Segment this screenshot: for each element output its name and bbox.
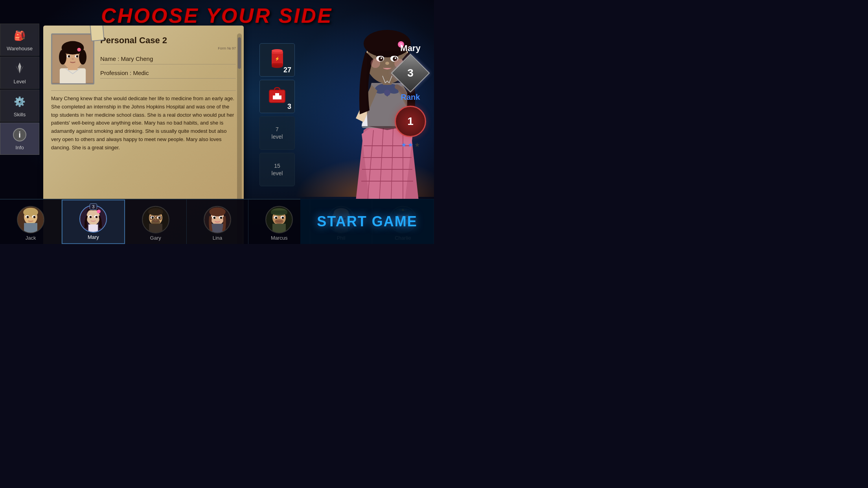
star-1: ★ (401, 141, 406, 149)
sidebar-item-level[interactable]: Level (0, 57, 39, 89)
svg-marker-0 (18, 62, 21, 73)
name-value: Mary Cheng (121, 55, 153, 62)
energy-drink-count: 27 (283, 66, 291, 74)
svg-point-17 (77, 48, 81, 51)
svg-point-11 (79, 50, 86, 64)
sidebar-item-warehouse[interactable]: 🎒 Warehouse (0, 24, 39, 56)
name-label: Name : (100, 55, 119, 62)
doc-form-number: Form № 97 (100, 46, 236, 50)
jack-avatar-img (18, 207, 44, 233)
diamond-number: 3 (407, 67, 414, 79)
rank-number: 1 (407, 115, 414, 128)
item-slot-level7: 7level (259, 116, 295, 150)
portrait-doc (51, 33, 94, 84)
svg-point-43 (371, 59, 380, 68)
level-icon (12, 61, 28, 77)
start-game-button[interactable]: START GAME (300, 199, 434, 244)
item-slot-energy-drink[interactable]: ⚡ 27 (259, 43, 295, 77)
sidebar-label-warehouse: Warehouse (7, 46, 33, 51)
rank-badge: 1 (395, 106, 426, 137)
svg-point-21 (272, 49, 283, 52)
medkit-icon (267, 86, 287, 107)
char-name-jack: Jack (26, 235, 36, 241)
star-3: ★ (414, 141, 420, 149)
svg-point-22 (272, 65, 283, 68)
svg-point-14 (68, 55, 70, 58)
lina-avatar-img (204, 207, 230, 233)
svg-point-53 (27, 216, 29, 218)
svg-point-90 (275, 216, 278, 219)
doc-body: Mary Cheng knew that she would dedicate … (51, 90, 236, 152)
svg-point-91 (282, 216, 284, 219)
svg-point-69 (151, 216, 154, 219)
svg-rect-49 (24, 223, 37, 233)
svg-point-16 (72, 58, 74, 60)
char-name-gary: Gary (150, 235, 161, 241)
gary-avatar-img (143, 207, 169, 233)
char-name-marcus: Marcus (271, 235, 288, 241)
svg-point-66 (148, 208, 163, 216)
mary-rank-badge: 3 (90, 204, 97, 210)
svg-rect-87 (271, 210, 287, 214)
marcus-avatar-img (266, 207, 292, 233)
sidebar-label-skills: Skills (14, 112, 26, 117)
char-name-lina: Lina (213, 235, 223, 241)
char-slot-jack[interactable]: Jack (0, 200, 62, 244)
diamond-badge: 3 (395, 57, 426, 89)
svg-point-10 (59, 50, 66, 64)
item-slot-level15: 15level (259, 153, 295, 186)
svg-point-78 (209, 207, 225, 216)
svg-text:⚡: ⚡ (275, 56, 280, 61)
char-slot-gary[interactable]: Gary (125, 200, 187, 244)
warehouse-icon: 🎒 (12, 28, 28, 44)
char-slot-mary[interactable]: 3 Mary (62, 200, 125, 244)
profession-label: Profession : (100, 70, 131, 76)
svg-point-82 (220, 216, 223, 219)
doc-profession-field: Profession : Medic (100, 68, 236, 79)
character-name-display: Mary (400, 43, 420, 53)
page-title: CHOOSE YOUR SIDE (101, 4, 333, 28)
sidebar-label-level: Level (13, 79, 26, 84)
svg-rect-27 (273, 95, 281, 99)
items-panel: ⚡ 27 3 7level 15level (259, 43, 299, 186)
stars-display: ★ ★ ★ (401, 141, 420, 149)
profession-value: Medic (133, 70, 149, 76)
svg-point-81 (213, 216, 216, 219)
svg-point-50 (23, 208, 38, 217)
start-game-label: START GAME (317, 213, 417, 230)
svg-point-92 (275, 219, 284, 224)
char-name-mary: Mary (88, 234, 99, 240)
svg-text:i: i (18, 130, 21, 139)
svg-rect-6 (60, 68, 86, 83)
svg-point-60 (96, 216, 98, 218)
doc-title: Personal Case 2 (100, 35, 236, 46)
char-avatar-lina (204, 206, 231, 233)
level7-text: 7level (272, 126, 283, 140)
info-icon: i (12, 127, 28, 143)
svg-point-62 (97, 209, 101, 213)
item-slot-medkit[interactable]: 3 (259, 80, 295, 113)
svg-rect-77 (211, 224, 224, 233)
svg-point-70 (158, 216, 160, 219)
skills-icon: ⚙️ (12, 94, 28, 110)
doc-header: Personal Case 2 Form № 97 Name : Mary Ch… (51, 33, 236, 84)
svg-point-54 (33, 216, 36, 218)
sidebar-item-skills[interactable]: ⚙️ Skills (0, 90, 39, 122)
scroll-thumb[interactable] (238, 37, 241, 69)
svg-point-40 (381, 57, 382, 59)
char-avatar-marcus (265, 206, 293, 233)
svg-point-59 (90, 216, 92, 218)
doc-name-field: Name : Mary Cheng (100, 53, 236, 64)
sidebar-label-info: Info (15, 145, 24, 150)
svg-rect-85 (272, 224, 286, 233)
level15-text: 15level (272, 162, 283, 176)
star-2: ★ (408, 141, 413, 149)
char-avatar-jack (17, 206, 44, 233)
rank-label: Rank (401, 93, 420, 102)
svg-rect-61 (88, 224, 98, 233)
rank-panel: Mary 3 Rank 1 ★ ★ ★ (387, 43, 434, 149)
sidebar-item-info[interactable]: i Info (0, 123, 39, 155)
char-avatar-gary (142, 206, 169, 233)
char-slot-lina[interactable]: Lina (187, 200, 248, 244)
svg-point-15 (76, 55, 79, 58)
